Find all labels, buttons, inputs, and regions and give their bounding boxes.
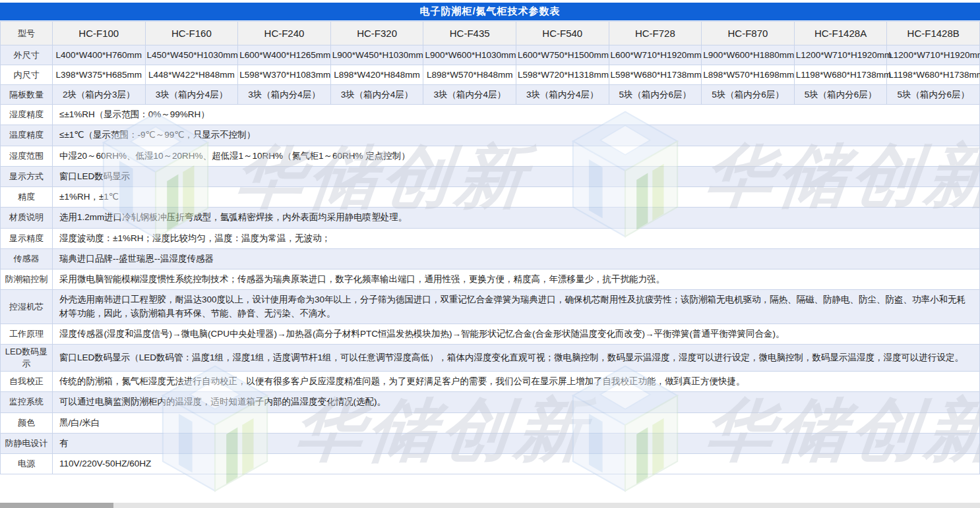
model-header: HC-F870 (702, 22, 795, 45)
row-label: 防静电设计 (1, 433, 53, 453)
row-label: 自我校正 (1, 372, 53, 392)
model-header: HC-F240 (238, 22, 331, 45)
model-header-row: 型号 HC-F100HC-F160HC-F240HC-F320HC-F435HC… (1, 22, 980, 45)
spec-row: 显示方式窗口LED数码显示 (1, 166, 980, 186)
spec-cell: 3块（箱内分4层） (423, 85, 516, 105)
spec-cell: L900*W450*H1030mm (330, 45, 423, 65)
spec-cell: L600*W400*H1265mm (238, 45, 331, 65)
spec-cell: L1200*W710*H1920mm (794, 45, 887, 65)
spec-cell: L400*W400*H760mm (53, 45, 146, 65)
spec-cell: 3块（箱内分4层） (238, 85, 331, 105)
spec-cell: 黑/白/米白 (53, 412, 980, 433)
spec-cell: L450*W450*H1030mm (145, 45, 238, 65)
spec-row: 湿度范围中湿20～60RH%、低湿10～20RH%、超低湿1～10RH%（氮气柜… (1, 146, 980, 166)
row-label: 监控系统 (1, 392, 53, 412)
row-label: 防潮箱控制 (1, 269, 53, 290)
spec-row: 防静电设计有 (1, 433, 980, 453)
row-label: 传感器 (1, 248, 53, 269)
spec-row: 颜色黑/白/米白 (1, 412, 980, 433)
spec-cell: L898*W420*H848mm (330, 65, 423, 85)
row-label: 外尺寸 (1, 45, 53, 65)
row-label: 工作原理 (1, 324, 53, 344)
spec-row: 传感器瑞典进口品牌--盛世瑞恩--温湿度传感器 (1, 248, 980, 269)
model-header: HC-F160 (145, 22, 238, 45)
model-header: HC-F100 (53, 22, 146, 45)
row-label: 控湿机芯 (1, 290, 53, 324)
spec-cell: 110V/220V-50HZ/60HZ (53, 454, 980, 474)
spec-cell: 中湿20～60RH%、低湿10～20RH%、超低湿1～10RH%（氮气柜1～60… (53, 146, 980, 166)
row-label: 显示精度 (1, 228, 53, 248)
spec-cell: L900*W600*H1880mm (702, 45, 795, 65)
spec-cell: 3块（箱内分4层） (330, 85, 423, 105)
horizontal-scrollbar[interactable] (0, 503, 980, 508)
row-label: LED数码显示 (1, 345, 53, 372)
row-label: 精度 (1, 187, 53, 208)
spec-cell: 选用1.2mm进口冷轧钢板冲压折弯成型，氩弧精密焊接，内外表面均采用静电喷塑处理… (53, 208, 980, 228)
spec-cell: 3块（箱内分4层） (145, 85, 238, 105)
spec-row: LED数码显示窗口LED数码显示（LED数码管：温度1组，湿度1组，适度调节杆1… (1, 345, 980, 372)
spec-row: 材质说明选用1.2mm进口冷轧钢板冲压折弯成型，氩弧精密焊接，内外表面均采用静电… (1, 208, 980, 228)
spec-cell: 湿度波动度：±1%RH；湿度比较均匀，温度：温度为常温，无波动； (53, 228, 980, 248)
spec-row: 防潮箱控制采用微电脑智能模糊湿度惯性系统控制技术；传感器为瑞典原装进口，数字化频… (1, 269, 980, 290)
page-title: 电子防潮柜/氮气柜技术参数表 (0, 3, 980, 20)
spec-row: 温度精度≤±1℃（显示范围：-9℃～99℃，只显示不控制） (1, 125, 980, 146)
row-label: 隔板数量 (1, 85, 53, 105)
spec-cell: ±1%RH，±1℃ (53, 187, 980, 208)
model-header: HC-F435 (423, 22, 516, 45)
row-label: 内尺寸 (1, 65, 53, 85)
spec-row: 控湿机芯外壳选用南韩进口工程塑胶，耐温达300度以上，设计使用寿命为30年以上，… (1, 290, 980, 324)
spec-cell: 5块（箱内分6层） (609, 85, 702, 105)
spec-cell: 5块（箱内分6层） (702, 85, 795, 105)
spec-cell: L898*W570*H1698mm (702, 65, 795, 85)
row-label: 湿度范围 (1, 146, 53, 166)
spec-cell: L1198*W680*H1738mm (887, 65, 980, 85)
row-label: 颜色 (1, 412, 53, 433)
spec-row: 隔板数量2块（箱内分3层）3块（箱内分4层）3块（箱内分4层）3块（箱内分4层）… (1, 85, 980, 105)
spec-cell: 窗口LED数码显示 (53, 166, 980, 186)
spec-cell: L448*W422*H848mm (145, 65, 238, 85)
row-label: 电源 (1, 454, 53, 474)
spec-cell: L398*W375*H685mm (53, 65, 146, 85)
spec-row: 精度±1%RH，±1℃ (1, 187, 980, 208)
spec-cell: L598*W370*H1083mm (238, 65, 331, 85)
spec-cell: ≤±1%RH（显示范围：0%～99%RH） (53, 105, 980, 125)
spec-cell: L600*W710*H1920mm (609, 45, 702, 65)
model-header: HC-F1428B (887, 22, 980, 45)
spec-cell: L598*W720*H1318mm (516, 65, 609, 85)
spec-cell: ≤±1℃（显示范围：-9℃～99℃，只显示不控制） (53, 125, 980, 146)
scrollbar-thumb[interactable] (0, 503, 113, 508)
model-header: HC-F320 (330, 22, 423, 45)
spec-row: 内尺寸L398*W375*H685mmL448*W422*H848mmL598*… (1, 65, 980, 85)
spec-cell: 外壳选用南韩进口工程塑胶，耐温达300度以上，设计使用寿命为30年以上，分子筛为… (53, 290, 980, 324)
spec-cell: 可以通过电脑监测防潮柜内的温湿度，适时知道箱子内部的温湿度变化情况(选配)。 (53, 392, 980, 412)
spec-cell: 采用微电脑智能模糊湿度惯性系统控制技术；传感器为瑞典原装进口，数字化频率输出端口… (53, 269, 980, 290)
spec-row: 湿度精度≤±1%RH（显示范围：0%～99%RH） (1, 105, 980, 125)
model-header: HC-F728 (609, 22, 702, 45)
spec-cell: 2块（箱内分3层） (53, 85, 146, 105)
spec-cell: L1198*W680*H1738mm (794, 65, 887, 85)
spec-row: 外尺寸L400*W400*H760mmL450*W450*H1030mmL600… (1, 45, 980, 65)
spec-cell: L1200*W710*H1920mm (887, 45, 980, 65)
spec-cell: L598*W680*H1738mm (609, 65, 702, 85)
spec-cell: 湿度传感器(湿度和温度信号)→微电脑(CPU中央处理器)→加热器(高分子材料PT… (53, 324, 980, 344)
spec-row: 电源110V/220V-50HZ/60HZ (1, 454, 980, 474)
spec-cell: 传统的防潮箱，氮气柜湿度无法进行自动校正，以便有很多客户反应湿度精准问题，为了更… (53, 372, 980, 392)
spec-row: 监控系统可以通过电脑监测防潮柜内的温湿度，适时知道箱子内部的温湿度变化情况(选配… (1, 392, 980, 412)
row-label: 湿度精度 (1, 105, 53, 125)
model-header: HC-F1428A (794, 22, 887, 45)
row-label: 材质说明 (1, 208, 53, 228)
model-header-label: 型号 (1, 22, 53, 45)
spec-row: 自我校正传统的防潮箱，氮气柜湿度无法进行自动校正，以便有很多客户反应湿度精准问题… (1, 372, 980, 392)
spec-cell: 3块（箱内分4层） (516, 85, 609, 105)
row-label: 温度精度 (1, 125, 53, 146)
spec-cell: 有 (53, 433, 980, 453)
spec-cell: 瑞典进口品牌--盛世瑞恩--温湿度传感器 (53, 248, 980, 269)
spec-cell: L898*W570*H848mm (423, 65, 516, 85)
spec-row: 显示精度湿度波动度：±1%RH；湿度比较均匀，温度：温度为常温，无波动； (1, 228, 980, 248)
spec-cell: 5块（箱内分6层） (887, 85, 980, 105)
model-header: HC-F540 (516, 22, 609, 45)
spec-table: 型号 HC-F100HC-F160HC-F240HC-F320HC-F435HC… (0, 21, 980, 474)
row-label: 显示方式 (1, 166, 53, 186)
spec-row: 工作原理湿度传感器(湿度和温度信号)→微电脑(CPU中央处理器)→加热器(高分子… (1, 324, 980, 344)
spec-cell: L600*W750*H1500mm (516, 45, 609, 65)
